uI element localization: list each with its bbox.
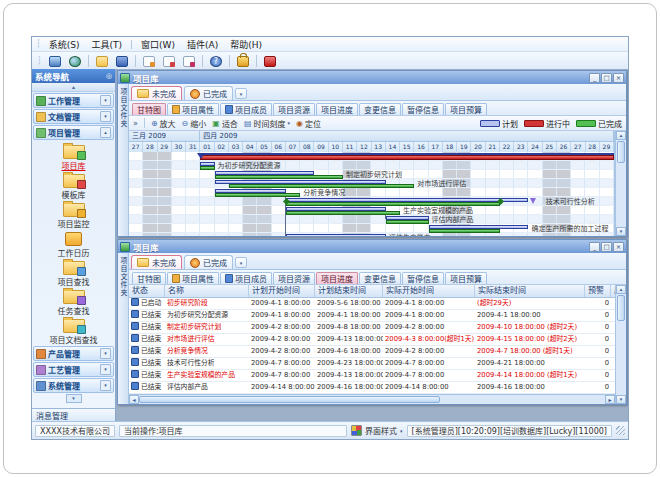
subtab-pauses[interactable]: 暂停信息 [402, 103, 444, 115]
subtab-budget[interactable]: 项目预算 [445, 272, 487, 284]
tab-finished[interactable]: 已完成 [184, 255, 233, 269]
tab-overflow-button[interactable]: ▾ [235, 257, 247, 268]
tab-message-management[interactable]: 消息管理 [32, 408, 115, 422]
subtab-resources[interactable]: 项目资源 [273, 272, 315, 284]
gantt-button-locate[interactable]: ◉定位 [296, 118, 321, 129]
close-button[interactable]: × [613, 242, 624, 252]
scroll-right-button[interactable]: ▸ [605, 395, 615, 404]
resize-grip[interactable] [616, 426, 625, 435]
toolbar-button-report-edit[interactable] [160, 54, 178, 69]
group-toggle-button[interactable]: ▴ [100, 127, 111, 138]
table-row[interactable]: 已结束技术可行性分析2009-4-7 8:00:002009-4-23 18:0… [129, 358, 615, 370]
gantt-button-zoom-in[interactable]: ⊕放大 [151, 118, 176, 129]
sidebar-group-product-mgmt[interactable]: 产品管理▾ [33, 346, 114, 361]
scroll-down-button[interactable]: ▾ [616, 227, 626, 236]
toolbar-button-exit[interactable] [261, 54, 279, 69]
more-buttons-icon[interactable]: » [133, 119, 138, 128]
toolbar-button-folder[interactable] [93, 54, 111, 69]
column-header-actual-start[interactable]: 实际开始时间 [383, 285, 475, 297]
menu-tools[interactable]: 工具(T) [86, 38, 129, 51]
column-header-plan-start[interactable]: 计划开始时间 [249, 285, 315, 297]
group-toggle-button[interactable]: ▾ [100, 364, 111, 375]
menu-system[interactable]: 系统(S) [43, 38, 86, 51]
sidebar-group-project-mgmt[interactable]: 项目管理▴ [33, 125, 114, 140]
sidebar-item-template-library[interactable]: 模板库 [32, 171, 115, 200]
subtab-changes[interactable]: 变更信息 [359, 103, 401, 115]
column-header-name[interactable]: 名称 [165, 285, 249, 297]
column-header-actual-end[interactable]: 实际结束时间 [475, 285, 585, 297]
subtab-progress[interactable]: 项目进度 [316, 272, 358, 284]
group-toggle-button[interactable]: ▾ [100, 348, 111, 359]
menu-window[interactable]: 窗口(W) [135, 38, 181, 51]
vertical-scrollbar[interactable]: ▴▾ [615, 131, 626, 236]
subtab-progress[interactable]: 项目进度 [316, 103, 358, 115]
scroll-down-button[interactable]: ▾ [616, 395, 626, 404]
scroll-up-button[interactable]: ▴ [616, 131, 626, 140]
table-row[interactable]: 已启动初步研究阶段2009-4-1 8:00:002009-5-6 18:00:… [129, 298, 615, 310]
window-titlebar[interactable]: 项目库_□× [118, 240, 626, 253]
folder-side-tab[interactable]: 项目文件夹 [118, 84, 129, 236]
gantt-button-time-scale[interactable]: ▤时间刻度▾ [244, 118, 290, 129]
tab-unfinished[interactable]: 未完成 [131, 255, 182, 269]
tab-unfinished[interactable]: 未完成 [131, 86, 182, 100]
table-row[interactable]: 已结束制定初步研究计划2009-4-2 8:00:002009-4-8 18:0… [129, 322, 615, 334]
sidebar-item-project-search[interactable]: 项目查找 [32, 258, 115, 287]
gantt-button-fit[interactable]: ▣适合 [212, 118, 238, 129]
sidebar-item-project-library[interactable]: 项目库 [32, 142, 115, 171]
toolbar-button-lock[interactable] [234, 54, 252, 69]
maximize-button[interactable]: □ [601, 73, 612, 83]
minimize-button[interactable]: _ [589, 242, 600, 252]
column-header-warning[interactable]: 预警 [585, 285, 611, 297]
menu-plugin[interactable]: 插件(A) [181, 38, 224, 51]
group-toggle-button[interactable]: ▾ [100, 111, 111, 122]
scroll-thumb[interactable] [617, 295, 625, 321]
gantt-button-zoom-out[interactable]: ⊖缩小 [182, 118, 207, 129]
subtab-properties[interactable]: 项目属性 [167, 272, 219, 284]
horizontal-scrollbar[interactable]: ◂▸ [129, 394, 615, 404]
toolbar-button-computer[interactable] [46, 54, 64, 69]
sidebar-scroll-down-button[interactable]: ▾ [66, 394, 82, 403]
scroll-thumb[interactable] [617, 141, 625, 163]
subtab-members[interactable]: 项目成员 [220, 103, 272, 115]
sidebar-item-task-search[interactable]: 任务查找 [32, 287, 115, 316]
column-header-plan-end[interactable]: 计划结束时间 [315, 285, 383, 297]
sidebar-item-project-monitor[interactable]: 项目监控 [32, 200, 115, 229]
subtab-resources[interactable]: 项目资源 [273, 103, 315, 115]
maximize-button[interactable]: □ [601, 242, 612, 252]
sidebar-item-project-doc-search[interactable]: 项目文档查找 [32, 316, 115, 345]
subtab-gantt[interactable]: 甘特图 [132, 272, 166, 284]
tab-overflow-button[interactable]: ▾ [235, 88, 247, 99]
column-header-status[interactable]: 状态 [129, 285, 165, 297]
scroll-up-button[interactable]: ▴ [616, 285, 626, 294]
toolbar-button-help[interactable]: ? [207, 54, 225, 69]
close-button[interactable]: × [613, 73, 624, 83]
table-row[interactable]: 已结束对市场进行评估2009-4-2 8:00:002009-4-13 18:0… [129, 334, 615, 346]
sidebar-group-process-mgmt[interactable]: 工艺管理▾ [33, 362, 114, 377]
sidebar-group-work-mgmt[interactable]: 工作管理▾ [33, 93, 114, 108]
folder-side-tab[interactable]: 项目文件夹 [118, 253, 129, 404]
group-toggle-button[interactable]: ▾ [100, 95, 111, 106]
menu-help[interactable]: 帮助(H) [224, 38, 268, 51]
table-row[interactable]: 已结束评估内部产品2009-4-14 8:00:002009-4-16 18:0… [129, 382, 615, 394]
subtab-gantt[interactable]: 甘特图 [132, 103, 166, 115]
table-row[interactable]: 已结束为初步研究分配资源2009-4-1 8:00:002009-4-1 18:… [129, 310, 615, 322]
subtab-members[interactable]: 项目成员 [220, 272, 272, 284]
sidebar-group-system-mgmt[interactable]: 系统管理▾ [33, 378, 114, 393]
group-toggle-button[interactable]: ▾ [100, 380, 111, 391]
sidebar-item-work-calendar[interactable]: 工作日历 [32, 229, 115, 258]
pin-icon[interactable]: ◎ [106, 72, 112, 80]
ui-style-selector[interactable]: 界面样式 ▾ [351, 425, 403, 436]
toolbar-button-save[interactable] [113, 54, 131, 69]
subtab-changes[interactable]: 变更信息 [359, 272, 401, 284]
table-row[interactable]: 已结束分析竞争情况2009-4-2 8:00:002009-4-6 18:00:… [129, 346, 615, 358]
subtab-pauses[interactable]: 暂停信息 [402, 272, 444, 284]
sidebar-group-doc-mgmt[interactable]: 文档管理▾ [33, 109, 114, 124]
toolbar-button-report-del[interactable] [180, 54, 198, 69]
subtab-budget[interactable]: 项目预算 [445, 103, 487, 115]
sidebar-collapse-button[interactable]: ▴ [32, 83, 115, 92]
tab-finished[interactable]: 已完成 [184, 86, 233, 100]
toolbar-button-report[interactable] [140, 54, 158, 69]
scroll-left-button[interactable]: ◂ [129, 395, 139, 404]
toolbar-button-globe[interactable] [66, 54, 84, 69]
subtab-properties[interactable]: 项目属性 [167, 103, 219, 115]
